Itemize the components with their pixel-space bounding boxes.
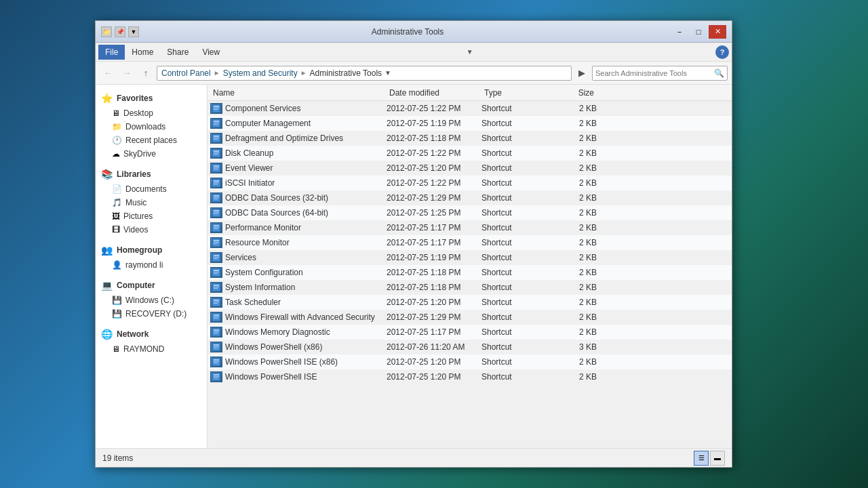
- minimize-button[interactable]: −: [671, 25, 688, 39]
- table-row[interactable]: Performance Monitor 2012-07-25 1:17 PM S…: [208, 220, 732, 235]
- menu-share[interactable]: Share: [160, 45, 195, 60]
- table-row[interactable]: Computer Management 2012-07-25 1:19 PM S…: [208, 116, 732, 131]
- breadcrumb-dropdown-icon[interactable]: ▼: [384, 69, 391, 77]
- sidebar-item-recent-places[interactable]: 🕐 Recent places: [96, 134, 207, 147]
- sidebar-item-videos[interactable]: 🎞 Videos: [96, 223, 207, 237]
- table-row[interactable]: System Configuration 2012-07-25 1:18 PM …: [208, 265, 732, 280]
- menu-view[interactable]: View: [195, 45, 226, 60]
- sidebar-item-desktop[interactable]: 🖥 Desktop: [96, 106, 207, 120]
- sidebar-item-documents[interactable]: 📄 Documents: [96, 182, 207, 196]
- file-size: 2 KB: [549, 312, 597, 322]
- refresh-button[interactable]: ▶: [574, 66, 589, 81]
- table-row[interactable]: Windows PowerShell ISE 2012-07-25 1:20 P…: [208, 369, 732, 384]
- maximize-button[interactable]: □: [690, 25, 707, 39]
- svg-rect-46: [214, 272, 219, 272]
- search-icon[interactable]: 🔍: [714, 68, 724, 78]
- sidebar: ⭐ Favorites 🖥 Desktop 📁 Downloads 🕐 Rece…: [96, 85, 208, 448]
- libraries-section[interactable]: 📚 Libraries: [96, 166, 207, 182]
- table-row[interactable]: Windows Firewall with Advanced Security …: [208, 310, 732, 325]
- user-icon: 👤: [112, 260, 122, 270]
- navigation-bar: ← → ↑ Control Panel ► System and Securit…: [96, 62, 732, 85]
- file-icon: [210, 103, 222, 114]
- file-icon: [210, 222, 222, 233]
- svg-rect-38: [214, 242, 219, 243]
- back-button[interactable]: ←: [100, 66, 116, 81]
- col-header-size[interactable]: Size: [549, 88, 597, 98]
- table-row[interactable]: Windows PowerShell ISE (x86) 2012-07-25 …: [208, 354, 732, 369]
- sidebar-item-downloads[interactable]: 📁 Downloads: [96, 120, 207, 134]
- file-type: Shortcut: [481, 268, 549, 277]
- details-view-button[interactable]: ▬: [710, 451, 725, 466]
- menu-home[interactable]: Home: [125, 45, 160, 60]
- table-row[interactable]: Component Services 2012-07-25 1:22 PM Sh…: [208, 101, 732, 116]
- favorites-label: Favorites: [117, 94, 153, 103]
- sidebar-item-pictures[interactable]: 🖼 Pictures: [96, 209, 207, 223]
- svg-rect-37: [214, 240, 219, 241]
- svg-rect-1: [214, 106, 219, 107]
- sidebar-item-music[interactable]: 🎵 Music: [96, 196, 207, 209]
- homegroup-section[interactable]: 👥 Homegroup: [96, 242, 207, 258]
- col-header-date[interactable]: Date modified: [387, 88, 481, 98]
- table-row[interactable]: ODBC Data Sources (32-bit) 2012-07-25 1:…: [208, 190, 732, 205]
- file-size: 2 KB: [549, 253, 597, 262]
- svg-rect-18: [214, 167, 219, 168]
- up-button[interactable]: ↑: [138, 66, 154, 81]
- file-size: 2 KB: [549, 148, 597, 158]
- sidebar-item-d-drive[interactable]: 💾 RECOVERY (D:): [96, 307, 207, 321]
- file-name: Resource Monitor: [225, 238, 387, 247]
- table-row[interactable]: Resource Monitor 2012-07-25 1:17 PM Shor…: [208, 235, 732, 250]
- libraries-icon: 📚: [101, 169, 113, 180]
- file-size: 2 KB: [549, 178, 597, 188]
- close-button[interactable]: ✕: [709, 25, 726, 39]
- table-row[interactable]: Windows Memory Diagnostic 2012-07-25 1:1…: [208, 325, 732, 340]
- help-button[interactable]: ?: [715, 45, 729, 59]
- network-computer-icon: 🖥: [112, 344, 120, 354]
- file-type: Shortcut: [481, 119, 549, 128]
- file-name: Windows PowerShell ISE: [225, 372, 387, 382]
- file-date: 2012-07-25 1:29 PM: [387, 312, 481, 322]
- table-row[interactable]: Event Viewer 2012-07-25 1:20 PM Shortcut…: [208, 161, 732, 176]
- table-row[interactable]: Disk Cleanup 2012-07-25 1:22 PM Shortcut…: [208, 146, 732, 161]
- menu-file[interactable]: File: [98, 45, 125, 60]
- table-row[interactable]: Task Scheduler 2012-07-25 1:20 PM Shortc…: [208, 295, 732, 310]
- breadcrumb-system-security[interactable]: System and Security: [223, 68, 298, 78]
- videos-icon: 🎞: [112, 225, 120, 235]
- file-date: 2012-07-25 1:19 PM: [387, 119, 481, 128]
- file-type: Shortcut: [481, 104, 549, 113]
- network-section[interactable]: 🌐 Network: [96, 326, 207, 342]
- title-bar: 📁 📌 ▼ Administrative Tools − □ ✕: [96, 21, 732, 43]
- menu-expand-icon[interactable]: ▼: [467, 48, 473, 56]
- table-row[interactable]: Windows PowerShell (x86) 2012-07-26 11:2…: [208, 340, 732, 354]
- file-type: Shortcut: [481, 253, 549, 262]
- table-row[interactable]: System Information 2012-07-25 1:18 PM Sh…: [208, 280, 732, 295]
- table-row[interactable]: ODBC Data Sources (64-bit) 2012-07-25 1:…: [208, 205, 732, 220]
- table-row[interactable]: iSCSI Initiator 2012-07-25 1:22 PM Short…: [208, 176, 732, 190]
- svg-rect-53: [214, 300, 219, 301]
- file-name: Windows Memory Diagnostic: [225, 327, 387, 337]
- file-name: System Configuration: [225, 268, 387, 277]
- file-name: ODBC Data Sources (32-bit): [225, 193, 387, 203]
- file-name: Task Scheduler: [225, 298, 387, 307]
- computer-section[interactable]: 💻 Computer: [96, 277, 207, 293]
- breadcrumb-control-panel[interactable]: Control Panel: [161, 68, 211, 78]
- favorites-section[interactable]: ⭐ Favorites: [96, 90, 207, 106]
- sidebar-item-c-drive[interactable]: 💾 Windows (C:): [96, 293, 207, 307]
- homegroup-icon: 👥: [101, 245, 113, 256]
- col-header-name[interactable]: Name: [210, 88, 387, 98]
- list-view-button[interactable]: ☰: [694, 451, 709, 466]
- file-name: ODBC Data Sources (64-bit): [225, 208, 387, 218]
- file-size: 2 KB: [549, 223, 597, 232]
- table-row[interactable]: Defragment and Optimize Drives 2012-07-2…: [208, 131, 732, 146]
- svg-rect-75: [214, 378, 218, 378]
- sidebar-item-homegroup-user[interactable]: 👤 raymond li: [96, 258, 207, 272]
- svg-rect-69: [214, 359, 219, 361]
- svg-rect-43: [214, 258, 218, 259]
- search-input[interactable]: [595, 69, 714, 77]
- forward-button[interactable]: →: [119, 66, 135, 81]
- file-date: 2012-07-25 1:22 PM: [387, 148, 481, 158]
- col-header-type[interactable]: Type: [481, 88, 549, 98]
- file-date: 2012-07-25 1:17 PM: [387, 223, 481, 232]
- table-row[interactable]: Services 2012-07-25 1:19 PM Shortcut 2 K…: [208, 250, 732, 265]
- sidebar-item-raymond[interactable]: 🖥 RAYMOND: [96, 342, 207, 356]
- sidebar-item-skydrive[interactable]: ☁ SkyDrive: [96, 147, 207, 161]
